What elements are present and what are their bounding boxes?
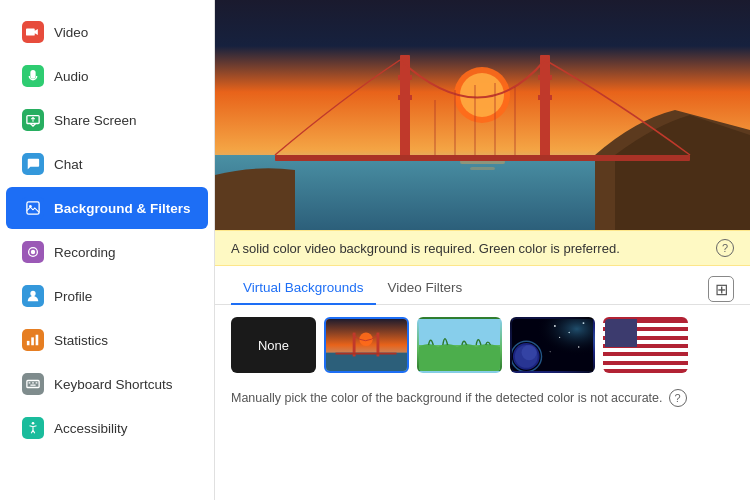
warning-bar: A solid color video background is requir…	[215, 230, 750, 266]
sidebar-item-label: Chat	[54, 157, 83, 172]
svg-point-4	[31, 250, 35, 254]
main-content: A solid color video background is requir…	[215, 0, 750, 500]
sidebar-item-audio[interactable]: Audio	[6, 55, 208, 97]
sidebar-item-keyboard-shortcuts[interactable]: Keyboard Shortcuts	[6, 363, 208, 405]
recording-icon	[22, 241, 44, 263]
add-icon: ⊞	[715, 280, 728, 299]
sidebar-item-label: Recording	[54, 245, 116, 260]
svg-rect-6	[27, 341, 30, 345]
none-label: None	[258, 338, 289, 353]
bottom-note: Manually pick the color of the backgroun…	[215, 385, 750, 411]
svg-point-5	[30, 291, 35, 296]
svg-rect-21	[400, 55, 410, 160]
audio-icon	[22, 65, 44, 87]
warning-help-icon[interactable]: ?	[716, 239, 734, 257]
sidebar-item-statistics[interactable]: Statistics	[6, 319, 208, 361]
svg-rect-26	[538, 95, 552, 100]
sidebar-item-chat[interactable]: Chat	[6, 143, 208, 185]
svg-rect-13	[30, 384, 35, 385]
sidebar-item-label: Keyboard Shortcuts	[54, 377, 173, 392]
svg-rect-8	[36, 335, 39, 346]
accessibility-icon	[22, 417, 44, 439]
sidebar-item-video[interactable]: Video	[6, 11, 208, 53]
sidebar-item-background-filters[interactable]: Background & Filters	[6, 187, 208, 229]
svg-rect-27	[275, 155, 690, 161]
warning-text: A solid color video background is requir…	[231, 241, 620, 256]
bg-option-flag[interactable]	[603, 317, 688, 373]
tabs-bar: Virtual Backgrounds Video Filters ⊞	[215, 266, 750, 305]
sidebar: Video Audio Share Screen Chat Background…	[0, 0, 215, 500]
sidebar-item-recording[interactable]: Recording	[6, 231, 208, 273]
svg-point-14	[32, 422, 35, 425]
background-grid: None	[215, 305, 750, 385]
svg-rect-10	[29, 382, 31, 383]
bg-option-space[interactable]	[510, 317, 595, 373]
add-background-button[interactable]: ⊞	[708, 276, 734, 302]
svg-rect-1	[27, 202, 39, 214]
sidebar-item-label: Video	[54, 25, 88, 40]
bg-option-none[interactable]: None	[231, 317, 316, 373]
sidebar-item-label: Accessibility	[54, 421, 128, 436]
warning-message: A solid color video background is requir…	[231, 241, 620, 256]
chat-icon	[22, 153, 44, 175]
sidebar-item-profile[interactable]: Profile	[6, 275, 208, 317]
svg-rect-11	[32, 382, 34, 383]
svg-rect-22	[540, 55, 550, 160]
bg-icon	[22, 197, 44, 219]
svg-rect-38	[336, 353, 397, 355]
bg-option-gg-bridge[interactable]	[324, 317, 409, 373]
bottom-help-icon[interactable]: ?	[669, 389, 687, 407]
bg-option-grass[interactable]	[417, 317, 502, 373]
profile-icon	[22, 285, 44, 307]
sidebar-item-label: Background & Filters	[54, 201, 191, 216]
share-icon	[22, 109, 44, 131]
preview-background	[215, 0, 750, 230]
video-preview	[215, 0, 750, 230]
svg-rect-25	[538, 75, 552, 80]
sidebar-item-share-screen[interactable]: Share Screen	[6, 99, 208, 141]
svg-rect-52	[512, 319, 593, 371]
svg-rect-23	[398, 75, 412, 80]
sidebar-item-label: Profile	[54, 289, 92, 304]
svg-rect-20	[470, 167, 495, 170]
svg-rect-12	[36, 382, 38, 383]
sidebar-item-label: Audio	[54, 69, 89, 84]
sidebar-item-label: Statistics	[54, 333, 108, 348]
tab-virtual-backgrounds[interactable]: Virtual Backgrounds	[231, 274, 376, 305]
svg-rect-7	[31, 337, 34, 345]
sidebar-item-label: Share Screen	[54, 113, 137, 128]
tab-video-filters[interactable]: Video Filters	[376, 274, 475, 305]
stats-icon	[22, 329, 44, 351]
svg-rect-9	[27, 381, 39, 388]
svg-rect-24	[398, 95, 412, 100]
keyboard-icon	[22, 373, 44, 395]
video-icon	[22, 21, 44, 43]
bottom-note-text: Manually pick the color of the backgroun…	[231, 391, 663, 405]
svg-rect-35	[326, 353, 407, 371]
sidebar-item-accessibility[interactable]: Accessibility	[6, 407, 208, 449]
